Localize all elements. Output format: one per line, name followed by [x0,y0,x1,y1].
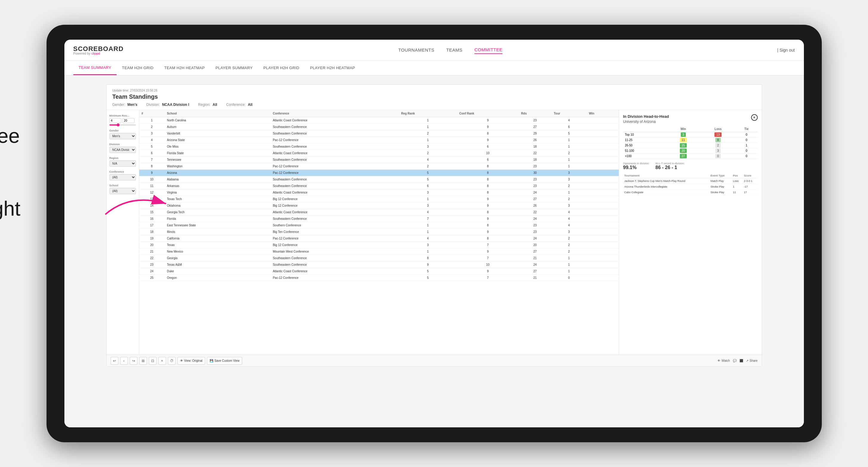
table-row[interactable]: 16 Florida Southeastern Conference 7 9 2… [139,216,619,222]
clock-button[interactable]: ⏱ [168,357,176,365]
undo-button[interactable]: ↩ [111,357,118,365]
col-tour: Tour [551,110,587,117]
table-row[interactable]: 2 Auburn Southeastern Conference 1 9 27 … [139,124,619,130]
conference-select[interactable]: (All) [110,174,136,180]
redo-button[interactable]: ↪ [130,357,137,365]
sign-out-button[interactable]: | Sign out [777,48,795,53]
cell-conf-rank: 9 [457,248,519,255]
table-row[interactable]: 5 Ole Miss Southeastern Conference 3 6 1… [139,144,619,150]
table-row[interactable]: 18 Illinois Big Ten Conference 1 9 23 3 [139,229,619,235]
table-row[interactable]: 21 New Mexico Mountain West Conference 1… [139,248,619,255]
cell-school[interactable]: New Mexico [164,248,271,255]
subnav-team-summary[interactable]: TEAM SUMMARY [73,61,117,75]
table-row[interactable]: 19 California Pac-12 Conference 4 8 24 2 [139,235,619,242]
cell-school[interactable]: East Tennessee State [164,222,271,229]
table-row[interactable]: 23 Texas A&M Southeastern Conference 9 1… [139,261,619,268]
cell-school[interactable]: Virginia [164,189,271,196]
nav-committee[interactable]: COMMITTEE [474,46,503,54]
table-row[interactable]: 25 Oregon Pac-12 Conference 5 7 21 0 [139,275,619,281]
cell-school[interactable]: Georgia Tech [164,209,271,216]
region-select[interactable]: N/A [110,160,136,167]
cell-school[interactable]: Florida [164,216,271,222]
cell-school[interactable]: Illinois [164,229,271,235]
h2h-row: 26-50 25 2 1 [623,143,758,148]
table-row[interactable]: 8 Washington Pac-12 Conference 2 8 23 1 [139,163,619,170]
cell-school[interactable]: Arkansas [164,183,271,189]
watch-button[interactable]: 👁Watch [717,359,730,362]
gender-select[interactable]: Men's Women's [110,133,136,139]
subnav-team-h2h-heatmap[interactable]: TEAM H2H HEATMAP [159,61,210,75]
cell-school[interactable]: Vanderbilt [164,130,271,137]
cell-school[interactable]: Auburn [164,124,271,130]
subnav-player-h2h-heatmap[interactable]: PLAYER H2H HEATMAP [305,61,361,75]
table-row[interactable]: 13 Texas Tech Big 12 Conference 1 9 27 2 [139,196,619,203]
subnav-team-h2h-grid[interactable]: TEAM H2H GRID [117,61,159,75]
cell-school[interactable]: Texas [164,242,271,248]
cell-school[interactable]: Arizona State [164,137,271,144]
table-row[interactable]: 1 North Carolina Atlantic Coast Conferen… [139,117,619,124]
step-back-button[interactable]: ‹ [120,357,128,365]
cell-school[interactable]: Duke [164,268,271,275]
cell-school[interactable]: North Carolina [164,117,271,124]
cell-school[interactable]: Florida State [164,150,271,157]
table-row[interactable]: 11 Arkansas Southeastern Conference 6 8 … [139,183,619,189]
subnav-player-h2h-grid[interactable]: PLAYER H2H GRID [258,61,305,75]
subnav-player-summary[interactable]: PLAYER SUMMARY [210,61,258,75]
present-button[interactable]: ⬛ [740,359,743,362]
cell-conference: Pac-12 Conference [271,170,399,176]
cell-tour: 0 [551,275,587,281]
table-row[interactable]: 22 Georgia Southeastern Conference 8 7 2… [139,255,619,261]
cell-school[interactable]: Oklahoma [164,203,271,209]
add-button[interactable]: + [158,357,166,365]
school-select[interactable]: (All) [110,188,136,194]
comment-button[interactable]: 💬 [733,359,737,362]
cell-school[interactable]: Tennessee [164,157,271,163]
cell-school[interactable]: Arizona [164,170,271,176]
conference-section: Conference (All) [110,170,136,180]
division-select[interactable]: NCAA Division I [110,147,136,153]
view-original-button[interactable]: 👁View: Original [178,357,206,365]
cell-school[interactable]: Alabama [164,176,271,183]
table-row[interactable]: 12 Virginia Atlantic Coast Conference 3 … [139,189,619,196]
cell-school[interactable]: Washington [164,163,271,170]
cell-school[interactable]: Oregon [164,275,271,281]
table-row[interactable]: 24 Duke Atlantic Coast Conference 5 9 27… [139,268,619,275]
paste-button[interactable]: ⊡ [149,357,157,365]
cell-win [587,261,619,268]
table-row[interactable]: 3 Vanderbilt Southeastern Conference 2 8… [139,130,619,137]
table-row[interactable]: 6 Florida State Atlantic Coast Conferenc… [139,150,619,157]
min-rou-input[interactable] [110,118,121,123]
cell-school[interactable]: Ole Miss [164,144,271,150]
cell-tour: 1 [551,268,587,275]
cell-rds: 21 [519,275,552,281]
table-row[interactable]: 10 Alabama Southeastern Conference 5 8 2… [139,176,619,183]
save-custom-button[interactable]: 💾Save Custom View [207,357,242,365]
cell-school[interactable]: California [164,235,271,242]
share-button[interactable]: ↗Share [746,359,758,362]
max-rou-input[interactable] [123,118,134,123]
table-row[interactable]: 7 Tennessee Southeastern Conference 4 6 … [139,157,619,163]
table-row[interactable]: 15 Georgia Tech Atlantic Coast Conferenc… [139,209,619,216]
cell-reg-rank: 1 [399,137,457,144]
cell-school[interactable]: Texas A&M [164,261,271,268]
table-row[interactable]: 14 Oklahoma Big 12 Conference 3 9 26 3 [139,203,619,209]
tourn-name: Arizona Thunderbirds Intercollegiate [623,184,709,190]
nav-teams[interactable]: TEAMS [446,46,463,54]
table-row[interactable]: 17 East Tennessee State Southern Confere… [139,222,619,229]
h2h-stats: Opponents in division: 99.1% W-L-T recor… [623,162,758,170]
tourn-name: Cabo Collegiate [623,190,709,195]
h2h-row: Top 10 3 13 0 [623,132,758,137]
tournament-section: Tournament Event Type Pos Score Jackson … [623,173,758,195]
nav-tournaments[interactable]: TOURNAMENTS [398,46,434,54]
cell-num: 5 [139,144,164,150]
cell-school[interactable]: Georgia [164,255,271,261]
copy-button[interactable]: ⊞ [139,357,147,365]
cell-tour: 5 [551,130,587,137]
table-row[interactable]: 4 Arizona State Pac-12 Conference 1 9 26… [139,137,619,144]
table-row[interactable]: 20 Texas Big 12 Conference 3 7 20 2 [139,242,619,248]
table-row[interactable]: 9 Arizona Pac-12 Conference 5 8 30 3 [139,170,619,176]
h2h-close-button[interactable]: × [751,114,758,121]
cell-reg-rank: 3 [399,203,457,209]
cell-school[interactable]: Texas Tech [164,196,271,203]
rou-slider[interactable] [110,124,136,126]
